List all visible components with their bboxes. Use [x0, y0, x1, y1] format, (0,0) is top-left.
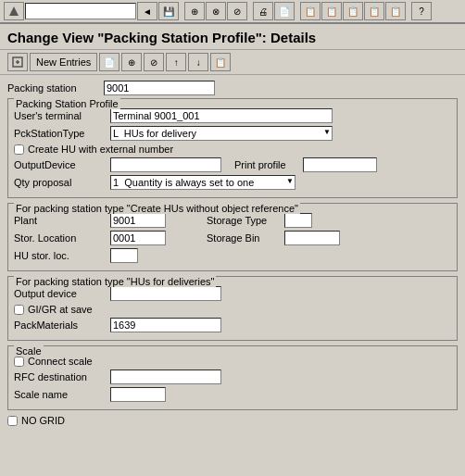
- hu-output-device-input[interactable]: [110, 286, 221, 301]
- section-profile-label: Packing Station Profile: [14, 98, 120, 109]
- pck-station-type-row: PckStationType ▼: [14, 126, 451, 141]
- packing-station-label: Packing station: [7, 82, 100, 94]
- print-profile-input[interactable]: [303, 157, 377, 172]
- toolbar-cancel-btn[interactable]: ⊘: [227, 2, 247, 20]
- hu-stor-loc-input[interactable]: [110, 248, 138, 263]
- connect-scale-checkbox[interactable]: [14, 357, 24, 367]
- pck-station-type-wrapper: ▼: [110, 126, 333, 141]
- no-grid-row: NO GRID: [7, 415, 458, 426]
- scale-name-input[interactable]: [110, 387, 166, 402]
- action-icon-5[interactable]: ↓: [188, 53, 208, 71]
- toolbar-save-btn[interactable]: 💾: [158, 2, 179, 20]
- rfc-destination-row: RFC destination: [14, 370, 451, 384]
- svg-marker-0: [9, 6, 19, 16]
- new-entries-label: New Entries: [36, 56, 91, 68]
- scale-name-row: Scale name: [14, 387, 451, 402]
- print-profile-label: Print profile: [234, 159, 299, 170]
- no-grid-label: NO GRID: [21, 415, 65, 426]
- hu-stor-loc-label: HU stor. loc.: [14, 250, 107, 261]
- page-title-text: Change View "Packing Station Profile": D…: [7, 30, 316, 45]
- users-terminal-label: User's terminal: [14, 110, 107, 121]
- stor-location-input[interactable]: [110, 231, 166, 245]
- gi-gr-row: GI/GR at save: [14, 304, 451, 315]
- pck-station-type-label: PckStationType: [14, 128, 107, 139]
- users-terminal-row: User's terminal: [14, 108, 451, 123]
- toolbar-paste-5[interactable]: 📋: [385, 2, 406, 20]
- pack-materials-row: PackMaterials: [14, 318, 451, 332]
- section-hu-deliveries-label: For packing station type "HUs for delive…: [14, 276, 216, 287]
- connect-scale-label: Connect scale: [28, 356, 93, 367]
- rfc-destination-input[interactable]: [110, 370, 221, 384]
- create-hu-row: Create HU with external number: [14, 144, 451, 155]
- toolbar-paste-1[interactable]: 📋: [300, 2, 320, 20]
- storage-bin-label: Storage Bin: [207, 232, 281, 244]
- qty-proposal-row: Qty proposal ▼: [14, 175, 451, 190]
- page-title: Change View "Packing Station Profile": D…: [0, 24, 465, 50]
- action-icon-6[interactable]: 📋: [210, 53, 231, 71]
- scale-name-label: Scale name: [14, 389, 107, 400]
- new-entries-button[interactable]: New Entries: [30, 53, 97, 71]
- pack-materials-label: PackMaterials: [14, 319, 107, 331]
- toolbar-paste-2[interactable]: 📋: [321, 2, 342, 20]
- storage-type-label: Storage Type: [207, 215, 281, 226]
- toolbar-copy-btn[interactable]: ⊕: [184, 2, 205, 20]
- section-scale: Scale Connect scale RFC destination Scal…: [7, 345, 458, 410]
- users-terminal-input[interactable]: [110, 108, 333, 123]
- action-icon-1[interactable]: 📄: [99, 53, 119, 71]
- qty-proposal-input[interactable]: [110, 175, 295, 190]
- qty-proposal-wrapper: ▼: [110, 175, 295, 190]
- rfc-destination-label: RFC destination: [14, 371, 107, 382]
- action-bar: New Entries 📄 ⊕ ⊘ ↑ ↓ 📋: [0, 50, 465, 75]
- toolbar-paste-4[interactable]: 📋: [364, 2, 384, 20]
- qty-proposal-label: Qty proposal: [14, 177, 107, 188]
- no-grid-checkbox[interactable]: [7, 416, 18, 426]
- create-hu-checkbox[interactable]: [14, 144, 24, 155]
- toolbar-search-input[interactable]: [25, 3, 136, 19]
- toolbar-nav-1[interactable]: ◄: [137, 2, 157, 20]
- section-profile: Packing Station Profile User's terminal …: [7, 98, 458, 198]
- section-create-hu: For packing station type "Create HUs wit…: [7, 203, 458, 271]
- toolbar-del-btn[interactable]: ⊗: [206, 2, 226, 20]
- create-hu-label: Create HU with external number: [28, 144, 173, 155]
- plant-row: Plant Storage Type: [14, 213, 451, 228]
- action-icon-4[interactable]: ↑: [166, 53, 186, 71]
- plant-input[interactable]: [110, 213, 166, 228]
- packing-station-row: Packing station: [7, 81, 458, 95]
- storage-type-input[interactable]: [284, 213, 312, 228]
- toolbar-help-btn[interactable]: ?: [411, 2, 432, 20]
- packing-station-input[interactable]: [104, 81, 215, 95]
- action-icon-3[interactable]: ⊘: [144, 53, 164, 71]
- gi-gr-checkbox[interactable]: [14, 305, 24, 315]
- output-device-label: OutputDevice: [14, 159, 107, 170]
- action-icon-0[interactable]: [7, 53, 28, 71]
- toolbar-paste-3[interactable]: 📋: [343, 2, 363, 20]
- hu-output-device-row: Output device: [14, 286, 451, 301]
- toolbar-print-btn[interactable]: 🖨: [253, 2, 273, 20]
- section-create-hu-label: For packing station type "Create HUs wit…: [14, 203, 300, 214]
- section-scale-label: Scale: [14, 345, 44, 357]
- output-device-row: OutputDevice Print profile: [14, 157, 451, 172]
- toolbar-file-btn[interactable]: 📄: [274, 2, 295, 20]
- toolbar-icon-1[interactable]: [4, 2, 24, 20]
- main-toolbar: ◄ 💾 ⊕ ⊗ ⊘ 🖨 📄 📋 📋 📋 📋 📋 ?: [0, 0, 465, 24]
- stor-location-row: Stor. Location Storage Bin: [14, 231, 451, 245]
- main-content: Packing station Packing Station Profile …: [0, 75, 465, 434]
- output-device-input[interactable]: [110, 157, 221, 172]
- storage-bin-input[interactable]: [284, 231, 340, 245]
- hu-output-device-label: Output device: [14, 288, 107, 299]
- hu-stor-loc-row: HU stor. loc.: [14, 248, 451, 263]
- pack-materials-input[interactable]: [110, 318, 221, 332]
- gi-gr-label: GI/GR at save: [28, 304, 93, 315]
- connect-scale-row: Connect scale: [14, 356, 451, 367]
- pck-station-type-input[interactable]: [110, 126, 333, 141]
- section-hu-deliveries: For packing station type "HUs for delive…: [7, 276, 458, 341]
- plant-label: Plant: [14, 215, 107, 226]
- action-icon-2[interactable]: ⊕: [121, 53, 142, 71]
- stor-location-label: Stor. Location: [14, 232, 107, 244]
